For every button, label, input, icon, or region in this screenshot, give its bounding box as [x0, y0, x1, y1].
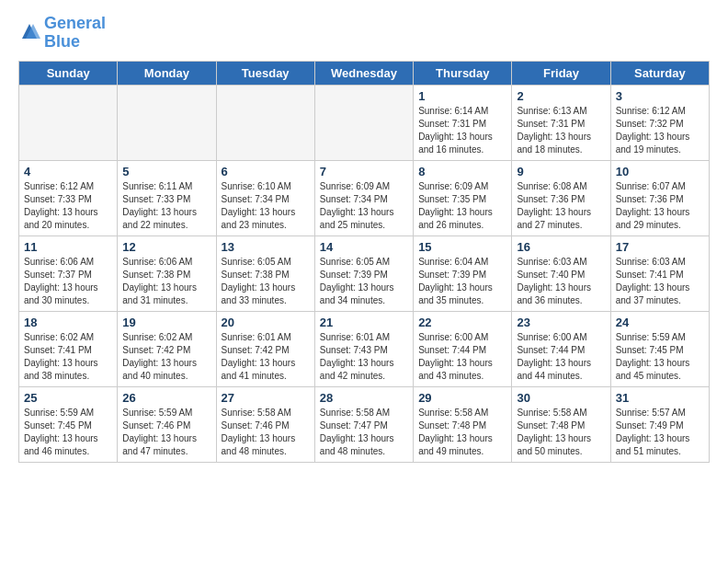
cell-info: Sunrise: 6:03 AM Sunset: 7:40 PM Dayligh…: [517, 256, 605, 307]
cell-info: Sunrise: 6:10 AM Sunset: 7:34 PM Dayligh…: [222, 180, 310, 232]
cell-info: Sunrise: 5:59 AM Sunset: 7:45 PM Dayligh…: [616, 331, 704, 383]
cell-info: Sunrise: 6:14 AM Sunset: 7:31 PM Dayligh…: [418, 105, 506, 156]
calendar-cell: 30Sunrise: 5:58 AM Sunset: 7:48 PM Dayli…: [512, 386, 610, 462]
day-number: 28: [320, 391, 408, 405]
calendar-cell: [314, 85, 413, 160]
weekday-header-row: SundayMondayTuesdayWednesdayThursdayFrid…: [19, 61, 710, 85]
calendar-cell: 8Sunrise: 6:09 AM Sunset: 7:35 PM Daylig…: [414, 160, 512, 236]
cell-info: Sunrise: 6:12 AM Sunset: 7:32 PM Dayligh…: [616, 105, 704, 156]
cell-info: Sunrise: 6:00 AM Sunset: 7:44 PM Dayligh…: [517, 331, 605, 383]
calendar-cell: 3Sunrise: 6:12 AM Sunset: 7:32 PM Daylig…: [610, 85, 709, 160]
day-number: 11: [24, 240, 112, 254]
calendar-cell: 22Sunrise: 6:00 AM Sunset: 7:44 PM Dayli…: [414, 311, 512, 386]
day-number: 1: [418, 89, 506, 103]
calendar-cell: 4Sunrise: 6:12 AM Sunset: 7:33 PM Daylig…: [19, 160, 118, 236]
cell-info: Sunrise: 5:58 AM Sunset: 7:48 PM Dayligh…: [517, 407, 605, 458]
cell-info: Sunrise: 6:09 AM Sunset: 7:34 PM Dayligh…: [320, 180, 408, 232]
calendar-cell: 19Sunrise: 6:02 AM Sunset: 7:42 PM Dayli…: [118, 311, 216, 386]
logo-icon: [18, 22, 40, 44]
calendar-cell: 15Sunrise: 6:04 AM Sunset: 7:39 PM Dayli…: [414, 236, 512, 311]
day-number: 10: [616, 165, 704, 178]
cell-info: Sunrise: 5:58 AM Sunset: 7:47 PM Dayligh…: [320, 407, 408, 458]
calendar-cell: 17Sunrise: 6:03 AM Sunset: 7:41 PM Dayli…: [610, 236, 709, 311]
cell-info: Sunrise: 5:59 AM Sunset: 7:46 PM Dayligh…: [122, 407, 210, 458]
cell-info: Sunrise: 6:13 AM Sunset: 7:31 PM Dayligh…: [517, 105, 605, 156]
day-number: 3: [616, 89, 704, 103]
logo-general: General: [44, 14, 106, 32]
calendar-cell: 2Sunrise: 6:13 AM Sunset: 7:31 PM Daylig…: [512, 85, 610, 160]
cell-info: Sunrise: 6:06 AM Sunset: 7:38 PM Dayligh…: [122, 256, 210, 307]
calendar-cell: 5Sunrise: 6:11 AM Sunset: 7:33 PM Daylig…: [118, 160, 216, 236]
calendar-cell: 25Sunrise: 5:59 AM Sunset: 7:45 PM Dayli…: [19, 386, 118, 462]
day-number: 7: [320, 165, 408, 178]
day-number: 31: [616, 391, 704, 405]
day-number: 13: [222, 240, 310, 254]
calendar-cell: 11Sunrise: 6:06 AM Sunset: 7:37 PM Dayli…: [19, 236, 118, 311]
day-number: 23: [517, 316, 605, 329]
weekday-sunday: Sunday: [19, 61, 118, 85]
calendar-cell: 12Sunrise: 6:06 AM Sunset: 7:38 PM Dayli…: [118, 236, 216, 311]
cell-info: Sunrise: 5:59 AM Sunset: 7:45 PM Dayligh…: [24, 407, 112, 458]
day-number: 30: [517, 391, 605, 405]
day-number: 17: [616, 240, 704, 254]
calendar-cell: 27Sunrise: 5:58 AM Sunset: 7:46 PM Dayli…: [216, 386, 314, 462]
day-number: 25: [24, 391, 112, 405]
cell-info: Sunrise: 6:08 AM Sunset: 7:36 PM Dayligh…: [517, 180, 605, 232]
calendar-cell: [118, 85, 216, 160]
cell-info: Sunrise: 6:04 AM Sunset: 7:39 PM Dayligh…: [418, 256, 506, 307]
week-row-2: 4Sunrise: 6:12 AM Sunset: 7:33 PM Daylig…: [19, 160, 710, 236]
calendar-cell: 13Sunrise: 6:05 AM Sunset: 7:38 PM Dayli…: [216, 236, 314, 311]
cell-info: Sunrise: 6:02 AM Sunset: 7:41 PM Dayligh…: [24, 331, 112, 383]
calendar-cell: 21Sunrise: 6:01 AM Sunset: 7:43 PM Dayli…: [314, 311, 413, 386]
calendar-cell: 1Sunrise: 6:14 AM Sunset: 7:31 PM Daylig…: [414, 85, 512, 160]
week-row-3: 11Sunrise: 6:06 AM Sunset: 7:37 PM Dayli…: [19, 236, 710, 311]
calendar-cell: 6Sunrise: 6:10 AM Sunset: 7:34 PM Daylig…: [216, 160, 314, 236]
weekday-saturday: Saturday: [610, 61, 709, 85]
cell-info: Sunrise: 5:58 AM Sunset: 7:48 PM Dayligh…: [418, 407, 506, 458]
calendar-table: SundayMondayTuesdayWednesdayThursdayFrid…: [18, 61, 710, 463]
cell-info: Sunrise: 6:09 AM Sunset: 7:35 PM Dayligh…: [418, 180, 506, 232]
day-number: 16: [517, 240, 605, 254]
day-number: 18: [24, 316, 112, 329]
day-number: 27: [222, 391, 310, 405]
weekday-wednesday: Wednesday: [314, 61, 413, 85]
week-row-5: 25Sunrise: 5:59 AM Sunset: 7:45 PM Dayli…: [19, 386, 710, 462]
weekday-friday: Friday: [512, 61, 610, 85]
cell-info: Sunrise: 5:57 AM Sunset: 7:49 PM Dayligh…: [616, 407, 704, 458]
cell-info: Sunrise: 6:07 AM Sunset: 7:36 PM Dayligh…: [616, 180, 704, 232]
day-number: 6: [222, 165, 310, 178]
calendar-cell: 9Sunrise: 6:08 AM Sunset: 7:36 PM Daylig…: [512, 160, 610, 236]
calendar-cell: 18Sunrise: 6:02 AM Sunset: 7:41 PM Dayli…: [19, 311, 118, 386]
calendar-cell: 31Sunrise: 5:57 AM Sunset: 7:49 PM Dayli…: [610, 386, 709, 462]
cell-info: Sunrise: 6:01 AM Sunset: 7:43 PM Dayligh…: [320, 331, 408, 383]
calendar-cell: 10Sunrise: 6:07 AM Sunset: 7:36 PM Dayli…: [610, 160, 709, 236]
day-number: 19: [122, 316, 210, 329]
cell-info: Sunrise: 6:12 AM Sunset: 7:33 PM Dayligh…: [24, 180, 112, 232]
weekday-thursday: Thursday: [414, 61, 512, 85]
cell-info: Sunrise: 6:05 AM Sunset: 7:38 PM Dayligh…: [222, 256, 310, 307]
calendar-cell: 20Sunrise: 6:01 AM Sunset: 7:42 PM Dayli…: [216, 311, 314, 386]
day-number: 14: [320, 240, 408, 254]
logo-text: General Blue: [44, 15, 106, 52]
day-number: 26: [122, 391, 210, 405]
day-number: 9: [517, 165, 605, 178]
calendar-cell: 16Sunrise: 6:03 AM Sunset: 7:40 PM Dayli…: [512, 236, 610, 311]
calendar-cell: [19, 85, 118, 160]
weekday-monday: Monday: [118, 61, 216, 85]
logo-blue: Blue: [44, 32, 80, 51]
cell-info: Sunrise: 6:00 AM Sunset: 7:44 PM Dayligh…: [418, 331, 506, 383]
calendar-cell: 28Sunrise: 5:58 AM Sunset: 7:47 PM Dayli…: [314, 386, 413, 462]
calendar-cell: 26Sunrise: 5:59 AM Sunset: 7:46 PM Dayli…: [118, 386, 216, 462]
page: General Blue SundayMondayTuesdayWednesda…: [0, 0, 728, 563]
calendar-cell: 29Sunrise: 5:58 AM Sunset: 7:48 PM Dayli…: [414, 386, 512, 462]
calendar-cell: [216, 85, 314, 160]
calendar-cell: 7Sunrise: 6:09 AM Sunset: 7:34 PM Daylig…: [314, 160, 413, 236]
calendar-cell: 23Sunrise: 6:00 AM Sunset: 7:44 PM Dayli…: [512, 311, 610, 386]
day-number: 20: [222, 316, 310, 329]
cell-info: Sunrise: 6:11 AM Sunset: 7:33 PM Dayligh…: [122, 180, 210, 232]
cell-info: Sunrise: 6:02 AM Sunset: 7:42 PM Dayligh…: [122, 331, 210, 383]
day-number: 5: [122, 165, 210, 178]
cell-info: Sunrise: 6:05 AM Sunset: 7:39 PM Dayligh…: [320, 256, 408, 307]
week-row-4: 18Sunrise: 6:02 AM Sunset: 7:41 PM Dayli…: [19, 311, 710, 386]
day-number: 24: [616, 316, 704, 329]
